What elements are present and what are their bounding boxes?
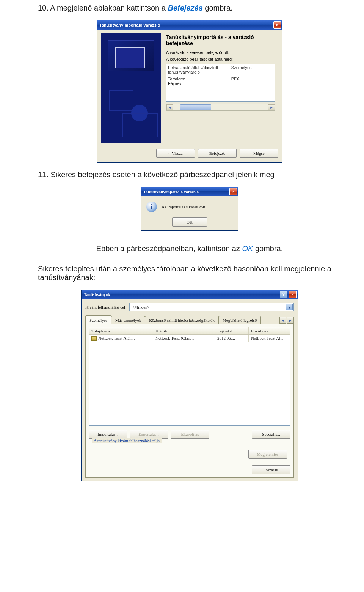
cert-purpose-legend: A tanúsítvány kívánt felhasználási célja… <box>92 438 162 443</box>
purpose-label: Kívánt felhasználási cél: <box>85 305 126 309</box>
cert-tabs: Személyes Más személyek Közbenső szintű … <box>85 315 294 324</box>
back-button[interactable]: < Vissza <box>156 149 195 158</box>
chevron-down-icon[interactable]: ▾ <box>286 304 293 310</box>
tab-trusted-root[interactable]: Megbízható legfelső <box>218 316 261 324</box>
scroll-thumb[interactable] <box>180 104 211 110</box>
info-title: Tanúsítványimportáló varázsló <box>143 189 199 194</box>
step-10-end: gombra. <box>205 4 232 12</box>
close-icon[interactable]: × <box>289 291 297 298</box>
info-dialog: Tanúsítványimportáló varázsló × i Az imp… <box>141 187 238 231</box>
mid-sentence: Ebben a párbeszédpanelban, kattintson az… <box>38 244 341 253</box>
step-10-number: 10. <box>38 4 49 12</box>
step-10: 10. A megjelenő ablakban kattintson a Be… <box>38 4 341 13</box>
advanced-button[interactable]: Speciális... <box>252 430 290 439</box>
col-owner[interactable]: Tulajdonos: <box>89 327 153 334</box>
scroll-right-icon[interactable]: ► <box>268 104 275 110</box>
cert-titlebar[interactable]: Tanúsítványok ? × <box>82 290 298 299</box>
wizard-title: Tanúsítványimportáló varázsló <box>99 23 160 27</box>
wizard-titlebar[interactable]: Tanúsítványimportáló varázsló × <box>97 20 282 30</box>
step-11: 11. Sikeres befejezés esetén a következő… <box>38 170 341 179</box>
wizard-settings-list: Felhasználó által választott tanúsítvány… <box>166 64 275 102</box>
wizard-done-text: A varázsló sikeresen befejeződött. <box>166 50 275 55</box>
cancel-button[interactable]: Mégse <box>240 149 278 158</box>
col-issuer[interactable]: Kiállító <box>153 327 215 334</box>
settings-row: Tartalom: PFX <box>168 77 273 81</box>
close-button[interactable]: Bezárás <box>252 465 290 474</box>
info-message: Az importálás sikeres volt. <box>162 205 206 209</box>
wizard-dialog: Tanúsítványimportáló varázsló × Tanúsítv… <box>97 20 282 163</box>
col-expiry[interactable]: Lejárat d... <box>215 327 249 334</box>
cert-list-header[interactable]: Tulajdonos: Kiállító Lejárat d... Rövid … <box>89 327 290 335</box>
certificates-dialog: Tanúsítványok ? × Kívánt felhasználási c… <box>81 290 298 481</box>
tab-others[interactable]: Más személyek <box>111 316 145 324</box>
import-button[interactable]: Importálás... <box>89 430 127 439</box>
certificate-icon <box>91 336 97 341</box>
tab-intermediate[interactable]: Közbenső szintű hitelesítésszolgáltatók <box>145 316 219 324</box>
cert-title: Tanúsítványok <box>84 292 110 297</box>
step-10-emph: Befejezés <box>168 4 202 12</box>
step-11-number: 11. <box>38 170 49 179</box>
close-icon[interactable]: × <box>273 21 281 29</box>
tab-scroll-right-icon[interactable]: ► <box>287 317 294 324</box>
step-11-text: Sikeres befejezés esetén a következő pár… <box>50 170 274 179</box>
remove-button[interactable]: Eltávolítás <box>171 430 209 439</box>
view-button[interactable]: Megjelenítés <box>248 450 287 459</box>
purpose-dropdown[interactable]: <Minden> ▾ <box>129 303 294 311</box>
settings-col1: Felhasználó által választott tanúsítvány… <box>168 65 231 74</box>
wizard-settings-label: A következő beállításokat adta meg: <box>166 57 275 61</box>
settings-scrollbar[interactable]: ◄ ► <box>166 104 275 111</box>
scroll-left-icon[interactable]: ◄ <box>166 104 173 110</box>
settings-row: Fájlnév <box>168 81 273 86</box>
help-icon[interactable]: ? <box>280 291 287 298</box>
ok-button[interactable]: OK <box>172 217 207 227</box>
info-icon: i <box>146 202 157 212</box>
wizard-side-graphic <box>101 33 161 143</box>
table-row[interactable]: NetLock Teszt Aláír... NetLock Teszt (Cl… <box>89 335 290 342</box>
settings-col2: Személyes <box>231 65 273 74</box>
col-short[interactable]: Rövid név <box>249 327 290 334</box>
tab-personal[interactable]: Személyes <box>85 315 111 324</box>
wizard-heading: Tanúsítványimportálás - a varázsló befej… <box>166 34 275 46</box>
after-paragraph: Sikeres telepítés után a személyes tárol… <box>38 265 341 282</box>
mid-emph: OK <box>242 244 253 253</box>
cert-list[interactable]: Tulajdonos: Kiállító Lejárat d... Rövid … <box>89 327 290 426</box>
cert-purpose-group: A tanúsítvány kívánt felhasználási célja… <box>89 441 290 462</box>
info-titlebar[interactable]: Tanúsítványimportáló varázsló × <box>141 187 238 196</box>
finish-button[interactable]: Befejezés <box>198 149 237 158</box>
export-button[interactable]: Exportálás... <box>130 430 168 439</box>
close-icon[interactable]: × <box>229 188 237 195</box>
tab-scroll-left-icon[interactable]: ◄ <box>279 317 286 324</box>
purpose-value: <Minden> <box>132 305 150 309</box>
step-10-text: A megjelenő ablakban kattintson a <box>50 4 168 12</box>
